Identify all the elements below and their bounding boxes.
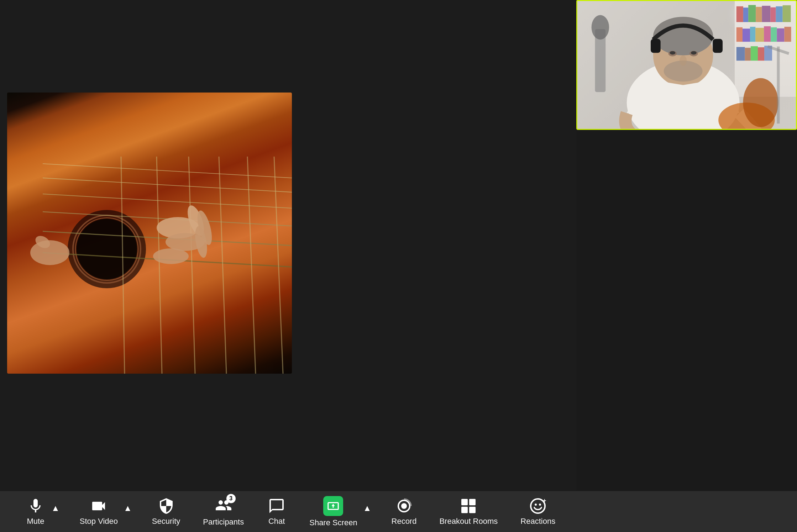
video-camera-icon xyxy=(90,497,107,515)
mute-button[interactable]: Mute xyxy=(21,495,50,529)
svg-rect-69 xyxy=(469,507,476,513)
reactions-button[interactable]: + Reactions xyxy=(516,495,560,529)
svg-line-15 xyxy=(274,157,283,374)
chat-button[interactable]: Chat xyxy=(262,495,291,529)
video-chevron[interactable]: ▲ xyxy=(122,500,133,516)
security-label: Security xyxy=(152,517,180,526)
svg-line-12 xyxy=(189,157,195,374)
chat-group: Chat xyxy=(262,495,291,529)
stop-video-button[interactable]: Stop Video xyxy=(75,495,122,529)
svg-line-4 xyxy=(43,164,292,178)
record-icon xyxy=(395,497,413,515)
mute-group: Mute ▲ xyxy=(21,495,61,529)
breakout-rooms-group: Breakout Rooms xyxy=(435,495,502,529)
record-label: Record xyxy=(392,517,417,526)
share-screen-label: Share Screen xyxy=(309,518,357,527)
stop-video-group: Stop Video ▲ xyxy=(75,495,133,529)
breakout-rooms-label: Breakout Rooms xyxy=(439,517,498,526)
reactions-emoji-icon: + xyxy=(529,497,546,515)
record-button[interactable]: Record xyxy=(387,495,421,529)
svg-point-49 xyxy=(653,17,713,55)
microphone-icon xyxy=(27,497,44,515)
record-group: Record xyxy=(387,495,421,529)
svg-point-52 xyxy=(670,51,675,55)
chat-label: Chat xyxy=(268,517,285,526)
svg-point-55 xyxy=(680,55,687,66)
svg-rect-56 xyxy=(651,39,661,53)
speaker-video-panel xyxy=(576,0,797,130)
guitar-video-panel xyxy=(7,93,292,374)
reactions-label: Reactions xyxy=(520,517,555,526)
empty-video-area xyxy=(576,131,797,491)
main-video-area xyxy=(0,0,797,491)
toolbar: Mute ▲ Stop Video ▲ Security 3 xyxy=(0,491,797,532)
reactions-group: + Reactions xyxy=(516,495,560,529)
mute-chevron[interactable]: ▲ xyxy=(50,500,61,516)
participants-label: Participants xyxy=(203,517,244,527)
svg-point-59 xyxy=(743,78,778,127)
svg-rect-66 xyxy=(461,499,468,505)
svg-point-72 xyxy=(539,504,541,506)
mute-label: Mute xyxy=(27,517,44,526)
participants-group: 3 Participants xyxy=(199,494,248,530)
breakout-rooms-button[interactable]: Breakout Rooms xyxy=(435,495,502,529)
security-button[interactable]: Security xyxy=(148,495,184,529)
participants-button[interactable]: 3 Participants xyxy=(199,494,248,530)
svg-rect-68 xyxy=(461,507,468,513)
svg-line-5 xyxy=(43,178,292,192)
participants-badge: 3 xyxy=(226,494,236,503)
breakout-rooms-icon xyxy=(460,497,477,515)
svg-rect-67 xyxy=(469,499,476,505)
share-screen-group: Share Screen ▲ xyxy=(305,493,373,530)
svg-point-1 xyxy=(77,219,137,279)
chat-icon xyxy=(268,497,285,515)
svg-point-18 xyxy=(153,248,189,264)
svg-point-53 xyxy=(691,51,697,55)
security-shield-icon xyxy=(158,497,175,515)
svg-rect-57 xyxy=(713,39,723,53)
stop-video-label: Stop Video xyxy=(80,517,118,526)
share-screen-icon-bg xyxy=(323,496,343,516)
svg-point-71 xyxy=(535,504,537,506)
svg-line-13 xyxy=(219,157,226,374)
share-screen-button[interactable]: Share Screen xyxy=(305,493,362,530)
svg-point-65 xyxy=(401,503,407,509)
security-group: Security xyxy=(148,495,184,529)
share-screen-icon xyxy=(326,499,340,513)
share-screen-chevron[interactable]: ▲ xyxy=(362,500,373,516)
svg-line-11 xyxy=(157,157,162,374)
svg-line-6 xyxy=(43,194,292,208)
svg-text:+: + xyxy=(543,497,546,504)
svg-point-61 xyxy=(592,15,609,39)
